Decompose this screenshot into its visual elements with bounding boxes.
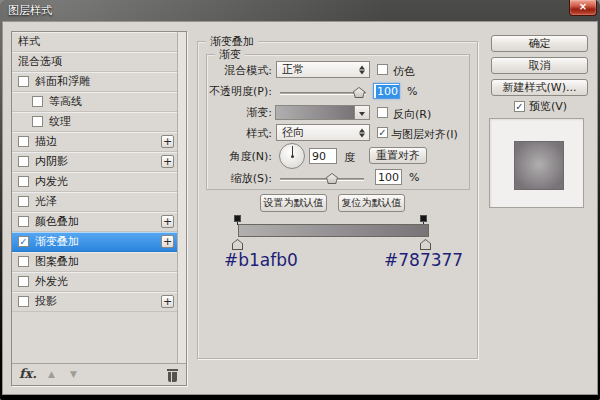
- effect-checkbox[interactable]: [32, 96, 43, 107]
- sidebar-item-label: 描边: [35, 134, 57, 149]
- ok-button[interactable]: 确定: [491, 35, 588, 52]
- sidebar-item-styles[interactable]: 样式: [12, 32, 177, 52]
- title-bar[interactable]: 图层样式 ×: [0, 0, 600, 21]
- gradient-overlay-panel: 渐变叠加 渐变 混合模式: 正常 仿色 不透明度(P):: [197, 41, 478, 359]
- gradient-picker-arrow[interactable]: [355, 105, 370, 120]
- effect-checkbox[interactable]: [18, 296, 29, 307]
- add-effect-button[interactable]: +: [161, 215, 174, 228]
- sidebar-item-blending-options[interactable]: 混合选项: [12, 52, 177, 72]
- align-layer-checkbox[interactable]: ✓: [377, 127, 388, 138]
- sidebar-scrollbar[interactable]: [177, 32, 186, 363]
- move-effect-down-icon[interactable]: ▼: [70, 369, 77, 379]
- gradient-color-stop-right[interactable]: [420, 239, 431, 250]
- gradient-opacity-stop-left[interactable]: [234, 215, 241, 222]
- dropdown-arrows-icon: [359, 128, 365, 137]
- sidebar-item-gradient-overlay[interactable]: ✓ 渐变叠加 +: [12, 232, 177, 252]
- trash-lid: [167, 369, 178, 371]
- check-glyph: ✓: [19, 236, 27, 247]
- dither-checkbox[interactable]: [377, 64, 388, 75]
- scale-value: 100: [378, 171, 399, 184]
- reverse-label: 反向(R): [393, 107, 431, 122]
- sidebar-item-label: 图案叠加: [35, 254, 79, 269]
- scale-slider-thumb[interactable]: [326, 173, 338, 184]
- dialog-body: 样式 混合选项 斜面和浮雕 等高线 纹理: [2, 21, 598, 395]
- sidebar-item-label: 纹理: [49, 114, 71, 129]
- angle-dial[interactable]: [279, 143, 305, 169]
- effect-checkbox[interactable]: [18, 76, 29, 87]
- gradient-opacity-stop-right[interactable]: [420, 215, 427, 222]
- sidebar-item-stroke[interactable]: 描边 +: [12, 132, 177, 152]
- opacity-slider-thumb[interactable]: [353, 87, 365, 98]
- sidebar-item-inner-glow[interactable]: 内发光: [12, 172, 177, 192]
- angle-row: 角度(N): 90 度 重置对齐: [207, 143, 469, 171]
- group-title: 渐变: [215, 47, 245, 62]
- cancel-button[interactable]: 取消: [491, 57, 588, 74]
- effect-checkbox[interactable]: [32, 116, 43, 127]
- scale-label: 缩放(S):: [207, 171, 272, 186]
- sidebar-footer: fx. ▲ ▼: [12, 363, 186, 385]
- make-default-button[interactable]: 设置为默认值: [260, 194, 327, 212]
- add-effect-button[interactable]: +: [161, 235, 174, 248]
- sidebar-item-label: 渐变叠加: [35, 234, 79, 249]
- preview-toggle-row: ✓ 预览(V): [514, 99, 567, 114]
- add-effect-button[interactable]: +: [161, 295, 174, 308]
- scale-input[interactable]: 100: [375, 169, 402, 185]
- blend-mode-select[interactable]: 正常: [276, 61, 370, 78]
- sidebar-item-label: 等高线: [49, 94, 82, 109]
- sidebar-item-drop-shadow[interactable]: 投影 +: [12, 292, 177, 312]
- gradient-preview-image: [514, 141, 564, 190]
- angle-unit: 度: [344, 150, 355, 165]
- sidebar-item-contour[interactable]: 等高线: [12, 92, 177, 112]
- sidebar-item-label: 混合选项: [18, 54, 62, 69]
- scale-unit: %: [409, 171, 419, 184]
- effect-checkbox[interactable]: ✓: [18, 236, 29, 247]
- move-effect-up-icon[interactable]: ▲: [48, 369, 55, 379]
- gradient-color-stop-left[interactable]: [232, 239, 243, 250]
- sidebar-item-color-overlay[interactable]: 颜色叠加 +: [12, 212, 177, 232]
- delete-effect-icon[interactable]: [167, 369, 178, 382]
- scale-slider[interactable]: [280, 178, 364, 181]
- effect-checkbox[interactable]: [18, 276, 29, 287]
- angle-label: 角度(N):: [207, 149, 272, 164]
- effect-checkbox[interactable]: [18, 136, 29, 147]
- opacity-unit: %: [407, 85, 417, 98]
- close-button[interactable]: ×: [569, 0, 597, 16]
- preview-label: 预览(V): [529, 99, 567, 114]
- effect-checkbox[interactable]: [18, 196, 29, 207]
- scale-row: 缩放(S): 100 %: [207, 169, 469, 189]
- sidebar-item-pattern-overlay[interactable]: 图案叠加: [12, 252, 177, 272]
- add-effect-button[interactable]: +: [161, 155, 174, 168]
- angle-input[interactable]: 90: [309, 148, 337, 164]
- sidebar-item-satin[interactable]: 光泽: [12, 192, 177, 212]
- reset-align-button[interactable]: 重置对齐: [369, 147, 427, 164]
- style-select[interactable]: 径向: [276, 124, 370, 141]
- reverse-checkbox[interactable]: [377, 107, 388, 118]
- sidebar-item-label: 投影: [35, 294, 57, 309]
- sidebar-item-texture[interactable]: 纹理: [12, 112, 177, 132]
- sidebar-item-outer-glow[interactable]: 外发光: [12, 272, 177, 292]
- effect-checkbox[interactable]: [18, 176, 29, 187]
- gradient-swatch[interactable]: [275, 105, 355, 120]
- sidebar-item-label: 斜面和浮雕: [35, 74, 90, 89]
- angle-value: 90: [312, 150, 326, 163]
- gradient-row: 渐变: 反向(R): [207, 103, 469, 123]
- gradient-bar[interactable]: [238, 224, 429, 237]
- gradient-label: 渐变:: [207, 105, 272, 120]
- effect-checkbox[interactable]: [18, 256, 29, 267]
- effect-checkbox[interactable]: [18, 156, 29, 167]
- sidebar-item-bevel-emboss[interactable]: 斜面和浮雕: [12, 72, 177, 92]
- opacity-label: 不透明度(P):: [207, 84, 272, 99]
- blend-mode-label: 混合模式:: [207, 63, 272, 78]
- new-style-button[interactable]: 新建样式(W)...: [491, 79, 588, 96]
- opacity-input[interactable]: 100: [373, 83, 400, 99]
- sidebar-item-inner-shadow[interactable]: 内阴影 +: [12, 152, 177, 172]
- layer-style-dialog: 图层样式 × 样式 混合选项 斜面和浮雕 等高线: [0, 0, 600, 400]
- gradient-end-hex-label: #787377: [384, 250, 463, 270]
- style-label: 样式:: [207, 126, 272, 141]
- fx-icon[interactable]: fx.: [19, 366, 37, 381]
- effect-checkbox[interactable]: [18, 216, 29, 227]
- dither-label: 仿色: [393, 64, 415, 79]
- add-effect-button[interactable]: +: [161, 135, 174, 148]
- preview-checkbox[interactable]: ✓: [514, 101, 525, 112]
- reset-default-button[interactable]: 复位为默认值: [338, 194, 405, 212]
